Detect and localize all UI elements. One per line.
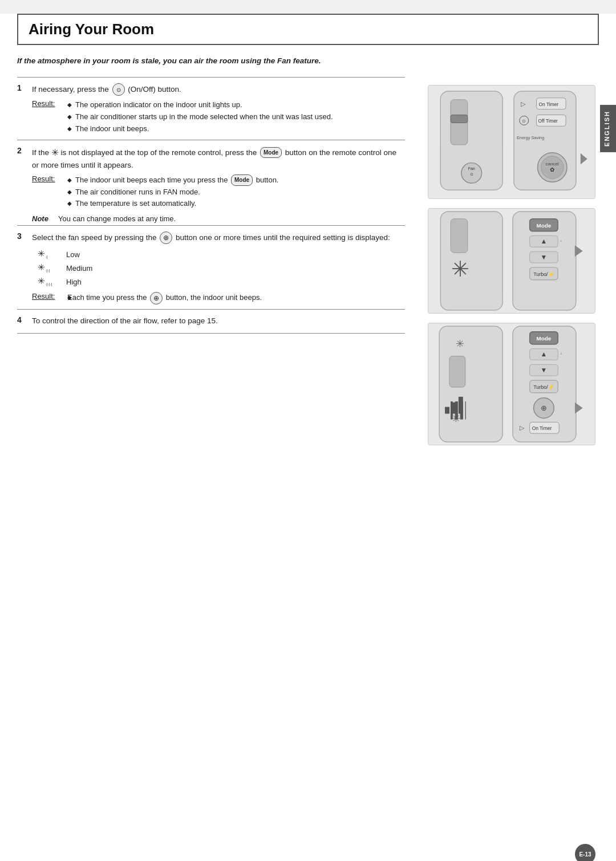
step-4-row: 4 To control the direction of the air fl… [17, 315, 405, 327]
energy-saving-label: Energy Saving [517, 135, 544, 140]
step-2-note: Note You can change modes at any time. [32, 214, 405, 223]
svg-rect-31 [445, 407, 449, 414]
step-3-text: Select the fan speed by pressing the ⊕ b… [32, 232, 390, 244]
step-2-number: 2 [17, 146, 27, 155]
content-area: If the atmosphere in your room is stale,… [0, 45, 616, 451]
fan-display-icon: ✳ [451, 257, 469, 281]
svg-rect-30 [449, 356, 465, 387]
step-3-number: 3 [17, 232, 27, 241]
on-timer-label: On Timer [539, 101, 559, 107]
main-content: ENGLISH Airing Your Room If the atmosphe… [0, 14, 616, 861]
onoff-icon: ⊙ [112, 83, 125, 96]
note-label: Note [32, 214, 54, 223]
svg-text:▲: ▲ [541, 350, 548, 358]
remote-image-1: Fan ⊙ On Timer ▷ Off Timer ⊙ [428, 85, 595, 199]
fan-high-label: High [66, 278, 82, 286]
fan-btn-inline: ⊕ [150, 292, 163, 304]
side-tab: ENGLISH [600, 105, 616, 152]
svg-rect-33 [459, 397, 463, 414]
remote-image-2: ✳ Mode ▲ ° ▼ [428, 208, 595, 314]
fan-high-icon: ✳꜊꜊꜊ [38, 276, 56, 287]
mode-label-2: Mode [537, 335, 552, 342]
svg-text:▷: ▷ [520, 424, 525, 431]
step-1-row: 1 If necessary, press the ⊙ (On/Off) but… [17, 83, 405, 96]
note-text: You can change modes at any time. [58, 214, 176, 223]
result-items-1: The operation indicator on the indoor un… [67, 99, 333, 135]
svg-text:cancel: cancel [546, 161, 559, 166]
svg-text:⊙: ⊙ [470, 172, 473, 176]
step-3-section: 3 Select the fan speed by pressing the ⊕… [17, 225, 405, 304]
svg-text:✳: ✳ [452, 413, 460, 424]
page-title: Airing Your Room [29, 21, 587, 38]
svg-rect-18 [451, 219, 468, 253]
svg-text:⊕: ⊕ [541, 404, 547, 412]
step-2-row: 2 If the ✳ is not displayed at the top o… [17, 146, 405, 171]
mode-btn-inline2: Mode [231, 174, 253, 186]
svg-rect-28 [439, 326, 502, 442]
step-2-text: If the ✳ is not displayed at the top of … [32, 146, 405, 171]
svg-marker-16 [581, 153, 587, 165]
svg-rect-17 [440, 212, 502, 310]
result-items-2: The indoor unit beeps each time you pres… [67, 174, 278, 210]
fan-speed-medium: ✳꜊꜊ Medium [38, 262, 405, 274]
fan-low-label: Low [66, 250, 80, 259]
svg-text:✿: ✿ [550, 166, 554, 173]
remote-svg-3: ✳ 𝄃𝄃𝄃 ✳ Mode [428, 323, 594, 445]
fan-medium-icon: ✳꜊꜊ [38, 262, 56, 274]
result-item: The air conditioner starts up in the mod… [67, 111, 333, 123]
result-item: The temperature is set automatically. [67, 198, 278, 210]
svg-text:⊙: ⊙ [522, 119, 526, 124]
svg-text:✳: ✳ [456, 338, 464, 350]
result-item: The operation indicator on the indoor un… [67, 99, 333, 111]
off-timer-label: Off Timer [538, 118, 558, 124]
intro-text: If the atmosphere in your room is stale,… [17, 55, 405, 67]
result-items-3: Each time you press the ⊕ button, the in… [67, 292, 262, 304]
step-4-section: 4 To control the direction of the air fl… [17, 309, 405, 327]
fan-symbol: ✳ [51, 148, 59, 157]
svg-text:▷: ▷ [521, 100, 526, 107]
result-item: The air conditioner runs in FAN mode. [67, 186, 278, 198]
svg-text:Fan: Fan [468, 167, 475, 171]
svg-text:°: ° [560, 352, 562, 358]
step-3-result: Result: Each time you press the ⊕ button… [32, 292, 405, 304]
result-item: The indoor unit beeps each time you pres… [67, 174, 278, 186]
svg-text:▼: ▼ [541, 366, 548, 374]
step-1-text: If necessary, press the ⊙ (On/Off) butto… [32, 83, 181, 96]
fan-speed-low: ✳꜊ Low [38, 249, 405, 260]
svg-marker-47 [575, 403, 583, 414]
remote-image-3: ✳ 𝄃𝄃𝄃 ✳ Mode [428, 323, 595, 445]
mode-label: Mode [536, 222, 551, 229]
turbo-label: Turbo/⚡ [533, 271, 554, 278]
step-4-text: To control the direction of the air flow… [32, 315, 218, 327]
svg-text:°: ° [560, 239, 562, 245]
on-timer-label-2: On Timer [532, 425, 552, 431]
svg-rect-2 [451, 115, 468, 123]
fan-speed-btn: ⊕ [160, 232, 172, 244]
title-bar: Airing Your Room [17, 14, 599, 45]
step-1-section: 1 If necessary, press the ⊙ (On/Off) but… [17, 77, 405, 135]
page-number: E-13 [575, 844, 595, 861]
step-2-section: 2 If the ✳ is not displayed at the top o… [17, 140, 405, 224]
step-1-result: Result: The operation indicator on the i… [32, 99, 405, 135]
remote-svg-1: Fan ⊙ On Timer ▷ Off Timer ⊙ [428, 86, 594, 198]
result-item: The indoor unit beeps. [67, 123, 333, 135]
remote-svg-2: ✳ Mode ▲ ° ▼ [428, 209, 594, 313]
page-number-text: E-13 [579, 851, 591, 858]
svg-rect-32 [452, 403, 456, 414]
svg-text:▲: ▲ [540, 237, 547, 245]
fan-medium-label: Medium [66, 264, 92, 273]
turbo-label-2: Turbo/⚡ [533, 384, 554, 391]
svg-marker-27 [575, 245, 583, 257]
fan-low-icon: ✳꜊ [38, 249, 56, 260]
mode-btn-inline: Mode [260, 147, 282, 158]
right-col: Fan ⊙ On Timer ▷ Off Timer ⊙ [422, 45, 616, 451]
result-label-1: Result: [32, 99, 62, 108]
result-item: Each time you press the ⊕ button, the in… [67, 292, 262, 304]
step-4-number: 4 [17, 315, 27, 324]
fan-speed-table: ✳꜊ Low ✳꜊꜊ Medium ✳꜊꜊꜊ High [38, 249, 405, 287]
step-2-result: Result: The indoor unit beeps each time … [32, 174, 405, 210]
left-col: If the atmosphere in your room is stale,… [0, 45, 422, 451]
step-1-number: 1 [17, 83, 27, 92]
step-3-row: 3 Select the fan speed by pressing the ⊕… [17, 232, 405, 244]
result-label-3: Result: [32, 292, 62, 300]
